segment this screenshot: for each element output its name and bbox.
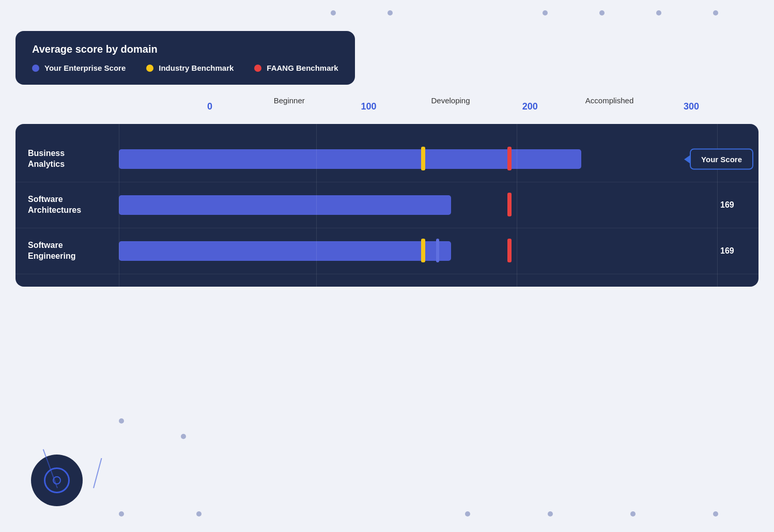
scale-200: 200 xyxy=(522,101,538,112)
scale-number-200: 200 xyxy=(522,101,538,112)
score-software-architectures: 169 xyxy=(720,200,746,210)
decorative-dot xyxy=(331,10,336,15)
domain-row-business-analytics: BusinessAnalytics 234 Your Score xyxy=(16,136,758,182)
industry-dot xyxy=(146,65,153,72)
scale-number-0: 0 xyxy=(207,101,212,112)
legend-items: Your Enterprise Score Industry Benchmark… xyxy=(32,64,338,72)
domain-label-business-analytics: BusinessAnalytics xyxy=(28,148,119,170)
faang-marker-software-architectures xyxy=(507,193,512,216)
domain-label-software-architectures: SoftwareArchitectures xyxy=(28,194,119,216)
scale-label-beginner: Beginner xyxy=(274,96,305,105)
industry-marker-business-analytics xyxy=(421,147,425,170)
bar-container-business-analytics xyxy=(119,146,712,173)
decorative-dot xyxy=(656,10,661,15)
domain-label-software-engineering: SoftwareEngineering xyxy=(28,240,119,262)
legend-item-faang: FAANG Benchmark xyxy=(254,64,338,72)
bar-container-software-engineering xyxy=(119,238,712,264)
domain-row-software-architectures: SoftwareArchitectures 169 xyxy=(16,182,758,228)
industry-label: Industry Benchmark xyxy=(159,64,234,72)
legend-card: Average score by domain Your Enterprise … xyxy=(16,31,355,85)
scale-label-developing: Developing xyxy=(431,96,470,105)
decorative-dot xyxy=(119,511,124,517)
decorative-dot xyxy=(630,511,636,517)
faang-dot xyxy=(254,65,261,72)
domain-row-software-engineering: SoftwareEngineering 169 xyxy=(16,228,758,274)
scale-number-300: 300 xyxy=(684,101,699,112)
industry-marker-software-engineering xyxy=(421,239,425,262)
enterprise-extra-marker xyxy=(436,239,439,262)
decorative-dot xyxy=(196,511,202,517)
scale-axis: 0 Beginner 100 Developing 200 xyxy=(119,101,758,120)
faang-label: FAANG Benchmark xyxy=(267,64,338,72)
faang-marker-business-analytics xyxy=(507,147,512,170)
main-container: Average score by domain Your Enterprise … xyxy=(16,31,758,287)
decorative-dot xyxy=(388,10,393,15)
scale-300: 300 xyxy=(684,101,699,112)
decorative-dot xyxy=(543,10,548,15)
scale-0: 0 xyxy=(207,101,212,112)
your-score-tooltip: Your Score xyxy=(690,149,753,170)
chart-panel: BusinessAnalytics 234 Your Score xyxy=(16,124,758,287)
scale-100: 100 xyxy=(361,101,377,112)
legend-item-industry: Industry Benchmark xyxy=(146,64,234,72)
bottom-decoration xyxy=(31,455,83,506)
decorative-dot xyxy=(713,10,718,15)
enterprise-bar-business-analytics xyxy=(119,149,581,169)
score-software-engineering: 169 xyxy=(720,246,746,256)
decorative-dot xyxy=(181,434,186,439)
decorative-dot xyxy=(548,511,553,517)
enterprise-dot xyxy=(32,65,39,72)
scale-label-accomplished: Accomplished xyxy=(585,96,633,105)
decorative-dot xyxy=(599,10,605,15)
decorative-dot xyxy=(713,511,718,517)
scale-track: 0 Beginner 100 Developing 200 xyxy=(210,101,691,120)
enterprise-bar-software-architectures xyxy=(119,195,451,215)
enterprise-bar-software-engineering xyxy=(119,241,451,261)
legend-title: Average score by domain xyxy=(32,43,338,55)
your-score-label: Your Score xyxy=(701,155,742,164)
decorative-dot xyxy=(465,511,470,517)
legend-item-enterprise: Your Enterprise Score xyxy=(32,64,126,72)
circle-inner xyxy=(44,467,70,493)
faang-marker-software-engineering xyxy=(507,239,512,262)
decorative-dot xyxy=(119,418,124,424)
enterprise-label: Your Enterprise Score xyxy=(44,64,126,72)
circle-outer xyxy=(31,455,83,506)
scale-number-100: 100 xyxy=(361,101,377,112)
triangle-line-2 xyxy=(93,458,102,488)
bar-container-software-architectures xyxy=(119,192,712,218)
chart-area: 0 Beginner 100 Developing 200 xyxy=(16,101,758,287)
